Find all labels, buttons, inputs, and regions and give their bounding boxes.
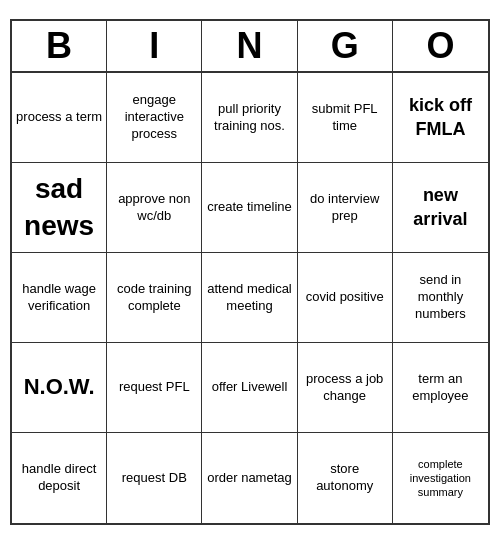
bingo-cell: process a job change [298, 343, 393, 433]
header-letter: B [12, 21, 107, 71]
bingo-cell: do interview prep [298, 163, 393, 253]
bingo-cell: approve non wc/db [107, 163, 202, 253]
bingo-cell: pull priority training nos. [202, 73, 297, 163]
bingo-cell: request PFL [107, 343, 202, 433]
bingo-cell: handle wage verification [12, 253, 107, 343]
bingo-cell: send in monthly numbers [393, 253, 488, 343]
bingo-cell: submit PFL time [298, 73, 393, 163]
bingo-cell: process a term [12, 73, 107, 163]
bingo-cell: request DB [107, 433, 202, 523]
header-letter: G [298, 21, 393, 71]
bingo-cell: create timeline [202, 163, 297, 253]
bingo-cell: order nametag [202, 433, 297, 523]
bingo-cell: new arrival [393, 163, 488, 253]
header-letter: O [393, 21, 488, 71]
bingo-cell: sad news [12, 163, 107, 253]
bingo-cell: kick off FMLA [393, 73, 488, 163]
header-letter: I [107, 21, 202, 71]
header-letter: N [202, 21, 297, 71]
bingo-cell: store autonomy [298, 433, 393, 523]
bingo-cell: N.O.W. [12, 343, 107, 433]
bingo-grid: process a termengage interactive process… [12, 73, 488, 523]
bingo-card: BINGO process a termengage interactive p… [10, 19, 490, 525]
bingo-cell: code training complete [107, 253, 202, 343]
bingo-cell: term an employee [393, 343, 488, 433]
bingo-cell: complete investigation summary [393, 433, 488, 523]
bingo-cell: attend medical meeting [202, 253, 297, 343]
bingo-cell: handle direct deposit [12, 433, 107, 523]
bingo-cell: offer Livewell [202, 343, 297, 433]
bingo-cell: engage interactive process [107, 73, 202, 163]
bingo-header: BINGO [12, 21, 488, 73]
bingo-cell: covid positive [298, 253, 393, 343]
